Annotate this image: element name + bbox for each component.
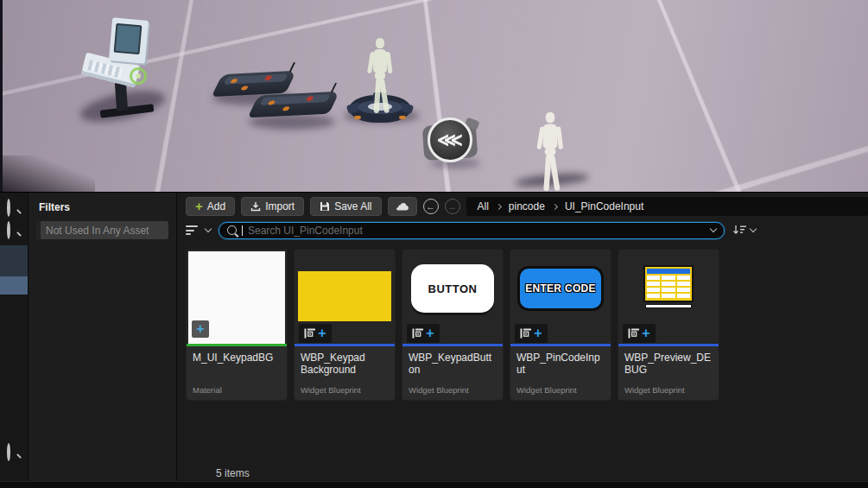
asset-name: WBP_Keypad Background	[295, 346, 395, 385]
chevron-right-icon	[496, 203, 502, 209]
viewport-left-edge	[0, 0, 3, 192]
asset-thumbnail: +	[187, 250, 287, 344]
window-bottom-strip	[0, 481, 868, 488]
search-tab-button[interactable]	[7, 223, 10, 238]
import-icon	[250, 201, 261, 212]
asset-type: Material	[187, 385, 287, 400]
thumbnail-text: ENTER CODE	[525, 282, 596, 295]
asset-tile-widget[interactable]: + WBP_Keypad Background Widget Blueprint	[294, 249, 396, 401]
filter-chip-label: Not Used In Any Asset	[46, 225, 149, 237]
widget-blueprint-badge: +	[515, 324, 548, 343]
breadcrumb-item-all[interactable]: All	[478, 200, 489, 212]
widget-blueprint-badge: +	[299, 324, 332, 343]
asset-name: M_UI_KeypadBG	[187, 346, 287, 385]
breadcrumb-item-asset[interactable]: UI_PinCodeInput	[565, 200, 643, 212]
sort-control[interactable]	[732, 225, 756, 236]
filter-funnel-icon[interactable]	[186, 225, 198, 235]
thumbnail-strip: +	[402, 323, 503, 344]
content-browser-main: + Add Import Save All ← → All	[177, 193, 868, 488]
asset-type: Widget Blueprint	[510, 385, 611, 400]
forward-button[interactable]: →	[445, 199, 460, 214]
platform-light	[399, 116, 406, 119]
revision-control-icon	[396, 202, 409, 212]
widget-blueprint-icon	[520, 328, 532, 339]
chevron-down-icon[interactable]	[710, 225, 717, 232]
revision-control-button[interactable]	[388, 197, 417, 216]
rewind-chevrons-icon: ⋘	[428, 117, 472, 162]
add-button[interactable]: + Add	[186, 197, 235, 216]
breadcrumb: All pincode UI_PinCodeInput	[466, 197, 868, 216]
sort-icon	[732, 225, 747, 236]
back-icon: ←	[426, 202, 435, 212]
console-signal-ring	[130, 67, 147, 85]
rover-light	[240, 86, 249, 90]
chevron-right-icon	[552, 203, 558, 209]
search-icon	[7, 443, 10, 461]
search-field[interactable]	[219, 222, 725, 239]
items-count-status: 5 items	[216, 467, 250, 479]
asset-thumbnail: +	[618, 250, 719, 344]
yellow-widget-thumbnail	[298, 271, 391, 321]
asset-tile-widget[interactable]: BUTTON + WBP_KeypadButton Widget Bluepri…	[402, 249, 504, 401]
widget-blueprint-icon	[628, 328, 640, 339]
text-caret	[242, 225, 243, 236]
import-button[interactable]: Import	[241, 197, 304, 216]
search-icon	[7, 199, 10, 217]
mannequin-standing	[535, 112, 566, 192]
save-all-button[interactable]: Save All	[310, 197, 381, 216]
breadcrumb-item-pincode[interactable]: pincode	[509, 200, 545, 212]
keypad-header	[647, 269, 690, 274]
billboard-glyph: ⋘	[437, 130, 463, 150]
chevron-down-icon[interactable]	[205, 225, 212, 232]
content-browser-toolbar: + Add Import Save All ← → All	[177, 193, 868, 216]
asset-thumbnail: +	[295, 250, 395, 344]
rover-light	[282, 106, 290, 111]
thumbnail-strip: +	[618, 323, 719, 344]
asset-tile-widget[interactable]: ENTER CODE + WBP_PinCodeInput Widget Blu…	[510, 249, 611, 401]
platform-light	[354, 116, 361, 119]
widget-blueprint-icon	[412, 328, 424, 339]
asset-type: Widget Blueprint	[295, 385, 395, 400]
widget-blueprint-badge: +	[407, 324, 440, 343]
back-button[interactable]: ←	[423, 199, 439, 214]
docked-tab-selected[interactable]	[0, 245, 28, 276]
search-tab-button[interactable]	[7, 445, 10, 460]
asset-thumbnail: ENTER CODE +	[510, 250, 611, 344]
unreal-editor-window: ⋘ Filters Not Used In Any Asset	[0, 0, 868, 488]
docked-tab-highlight[interactable]	[0, 276, 28, 295]
widget-component-billboard: ⋘	[421, 117, 480, 164]
filters-panel: Filters Not Used In Any Asset	[29, 193, 177, 488]
search-tab-button[interactable]	[7, 200, 10, 216]
save-icon	[320, 201, 330, 212]
content-browser: Filters Not Used In Any Asset + Add Impo…	[0, 192, 868, 488]
console-pillar	[115, 83, 128, 111]
viewport-corner-shade	[0, 155, 95, 192]
save-all-button-label: Save All	[334, 200, 371, 212]
asset-name: WBP_Preview_DEBUG	[618, 346, 719, 385]
plus-icon: +	[642, 326, 649, 340]
console-terminal-prop	[76, 17, 171, 121]
filter-chip-not-used[interactable]: Not Used In Any Asset	[36, 221, 168, 239]
thumbnail-strip: +	[295, 323, 395, 344]
plus-icon: +	[534, 326, 542, 340]
asset-tile-widget[interactable]: + WBP_Preview_DEBUG Widget Blueprint	[618, 249, 719, 401]
search-row	[186, 219, 859, 241]
import-button-label: Import	[265, 200, 295, 212]
asset-thumbnail: BUTTON +	[402, 250, 503, 344]
keypad-submit-bar	[645, 304, 692, 308]
level-viewport[interactable]: ⋘	[0, 0, 868, 192]
asset-tile-material[interactable]: + M_UI_KeypadBG Material	[186, 249, 288, 401]
add-button-label: Add	[207, 200, 225, 212]
thumbnail-strip: +	[510, 323, 611, 344]
content-browser-left-rail	[0, 193, 29, 488]
asset-type: Widget Blueprint	[618, 385, 719, 400]
search-icon	[7, 221, 10, 239]
asset-name: WBP_KeypadButton	[402, 346, 503, 385]
mannequin-on-platform	[365, 38, 395, 116]
widget-blueprint-badge: +	[623, 324, 656, 343]
search-input[interactable]	[248, 225, 706, 237]
forward-icon: →	[447, 202, 457, 212]
plus-icon: +	[426, 326, 434, 340]
keypad-preview-thumbnail	[643, 265, 694, 308]
plus-icon: +	[195, 200, 203, 212]
